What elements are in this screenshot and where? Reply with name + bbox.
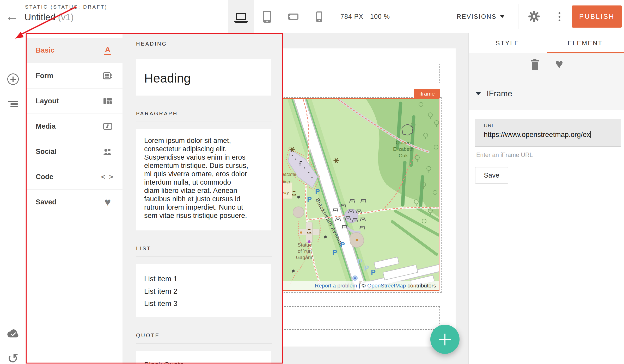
iframe-section-header[interactable]: IFrame bbox=[469, 77, 624, 110]
category-media[interactable]: Media bbox=[26, 114, 123, 139]
element-card-paragraph[interactable]: Lorem ipsum dolor sit amet, consectetur … bbox=[136, 129, 271, 230]
topbar-divider bbox=[19, 4, 19, 29]
section-label-list: LIST bbox=[136, 246, 151, 252]
element-actions-strip: ♥ bbox=[469, 53, 624, 77]
code-icon: < > bbox=[101, 173, 114, 181]
cloud-check-icon bbox=[7, 329, 19, 338]
openstreetmap-iframe: Blackheath Avenue Queen Elizabeth Oak St… bbox=[282, 98, 439, 291]
category-layout[interactable]: Layout bbox=[26, 88, 123, 114]
parking-icon: P bbox=[340, 241, 345, 249]
inspector-panel: STYLE ELEMENT ♥ IFrame URL https://www.o… bbox=[468, 33, 624, 364]
zoom-level[interactable]: 100 % bbox=[370, 13, 390, 20]
back-button[interactable]: ← bbox=[4, 8, 20, 24]
more-options-button[interactable] bbox=[556, 10, 563, 23]
url-input-label: URL bbox=[484, 123, 621, 129]
section-rule bbox=[136, 343, 272, 344]
publish-button[interactable]: PUBLISH bbox=[572, 5, 622, 28]
chevron-down-icon bbox=[500, 15, 504, 18]
form-icon bbox=[102, 70, 113, 81]
report-problem-link[interactable]: Report a problem bbox=[315, 283, 357, 289]
iframe-url-input[interactable]: URL https://www.openstreetmap.org/ex bbox=[475, 119, 621, 147]
canvas-placeholder-top[interactable] bbox=[282, 64, 440, 83]
openstreetmap-link[interactable]: OpenStreetMap bbox=[367, 283, 406, 289]
section-rule bbox=[136, 122, 272, 122]
parking-icon: P bbox=[307, 196, 312, 204]
device-tab-tablet[interactable] bbox=[254, 0, 280, 33]
quote-card-text: Block Quote bbox=[136, 351, 271, 364]
laptop-icon bbox=[236, 13, 246, 20]
parking-icon: P bbox=[364, 264, 369, 272]
section-label-quote: QUOTE bbox=[136, 332, 160, 338]
page-version: (v1) bbox=[58, 12, 74, 22]
map-label-partial-equatorial: uatorial bbox=[282, 172, 296, 177]
attribution-contributors: contributors bbox=[407, 283, 436, 289]
iframe-section-title: IFrame bbox=[487, 89, 512, 98]
parking-icon: P bbox=[332, 249, 337, 257]
section-label-heading: HEADING bbox=[136, 41, 167, 47]
list-item: List item 2 bbox=[144, 285, 271, 298]
parking-icon: P bbox=[371, 268, 376, 277]
device-tab-phone[interactable] bbox=[306, 0, 332, 33]
list-item: List item 1 bbox=[144, 273, 271, 285]
topbar: ← STATIC (STATUS: DRAFT) Untitled (v1) 7… bbox=[0, 0, 624, 33]
attribution-copyright: © bbox=[362, 283, 366, 289]
url-helper-text: Enter an iFrame URL bbox=[476, 152, 533, 159]
section-label-paragraph: PARAGRAPH bbox=[136, 111, 178, 117]
parking-icon: P bbox=[358, 258, 362, 266]
saved-status-button[interactable] bbox=[0, 327, 26, 340]
element-card-quote[interactable]: Block Quote bbox=[136, 351, 271, 364]
layers-icon bbox=[8, 101, 18, 108]
topbar-divider bbox=[518, 4, 518, 29]
parking-icon: P bbox=[315, 188, 320, 196]
device-tab-desktop[interactable] bbox=[228, 0, 254, 33]
map-label-wood: Queen Elizabeth Oak bbox=[391, 139, 416, 159]
page-title: Untitled (v1) bbox=[25, 12, 74, 22]
layers-button[interactable] bbox=[0, 100, 26, 108]
layout-icon bbox=[102, 96, 113, 106]
canvas-placeholder-bottom[interactable] bbox=[282, 306, 440, 330]
device-tab-phone-landscape[interactable] bbox=[280, 0, 306, 33]
category-saved[interactable]: Saved ♥ bbox=[26, 189, 123, 215]
viewport-width[interactable]: 784 PX bbox=[340, 13, 363, 20]
page-builder-screen: iframe bbox=[0, 0, 624, 364]
tab-style[interactable]: STYLE bbox=[469, 33, 546, 53]
undo-button[interactable]: ↺ bbox=[0, 351, 26, 364]
device-preview-tabs bbox=[228, 0, 332, 33]
delete-element-button[interactable] bbox=[530, 59, 540, 71]
element-card-list[interactable]: List item 1 List item 2 List item 3 bbox=[136, 264, 271, 317]
heading-card-text: Heading bbox=[136, 59, 271, 85]
left-rail: ↺ ↻ bbox=[0, 33, 26, 364]
list-card-text: List item 1 List item 2 List item 3 bbox=[136, 264, 271, 310]
circle-plus-icon bbox=[7, 73, 19, 85]
heart-icon: ♥ bbox=[105, 197, 111, 208]
add-element-button[interactable] bbox=[0, 73, 26, 86]
element-category-panel: Basic A Form Layo bbox=[26, 33, 123, 364]
paragraph-card-text: Lorem ipsum dolor sit amet, consectetur … bbox=[136, 129, 271, 220]
attribution-separator: | bbox=[359, 283, 360, 289]
heart-icon: ♥ bbox=[555, 56, 563, 71]
gear-icon bbox=[528, 10, 540, 22]
revisions-dropdown[interactable]: REVISIONS bbox=[457, 0, 504, 33]
text-icon: A bbox=[104, 46, 111, 55]
save-button[interactable]: Save bbox=[475, 167, 508, 184]
elements-list-panel: HEADING Heading PARAGRAPH Lorem ipsum do… bbox=[123, 33, 283, 364]
back-arrow-icon: ← bbox=[5, 8, 19, 24]
category-basic[interactable]: Basic A bbox=[26, 38, 123, 63]
viewport-info: 784 PX 100 % bbox=[340, 0, 390, 33]
element-card-heading[interactable]: Heading bbox=[136, 59, 271, 96]
category-code[interactable]: Code < > bbox=[26, 164, 123, 189]
favorite-element-button[interactable]: ♥ bbox=[555, 57, 563, 71]
category-form[interactable]: Form bbox=[26, 63, 123, 88]
tablet-icon bbox=[263, 11, 271, 23]
list-item: List item 3 bbox=[144, 297, 271, 310]
status-label: STATIC (STATUS: DRAFT) bbox=[25, 4, 108, 10]
media-icon bbox=[102, 121, 113, 132]
section-rule bbox=[136, 256, 272, 257]
map-label-statue: Statue of Yuri Gagarin bbox=[292, 242, 317, 261]
map-attribution: Report a problem | © OpenStreetMap contr… bbox=[283, 281, 439, 290]
category-social[interactable]: Social bbox=[26, 139, 123, 164]
url-input-value: https://www.openstreetmap.org/ex bbox=[484, 131, 590, 139]
settings-button[interactable] bbox=[528, 10, 540, 22]
add-section-fab[interactable] bbox=[430, 325, 460, 354]
tab-element[interactable]: ELEMENT bbox=[546, 33, 624, 53]
